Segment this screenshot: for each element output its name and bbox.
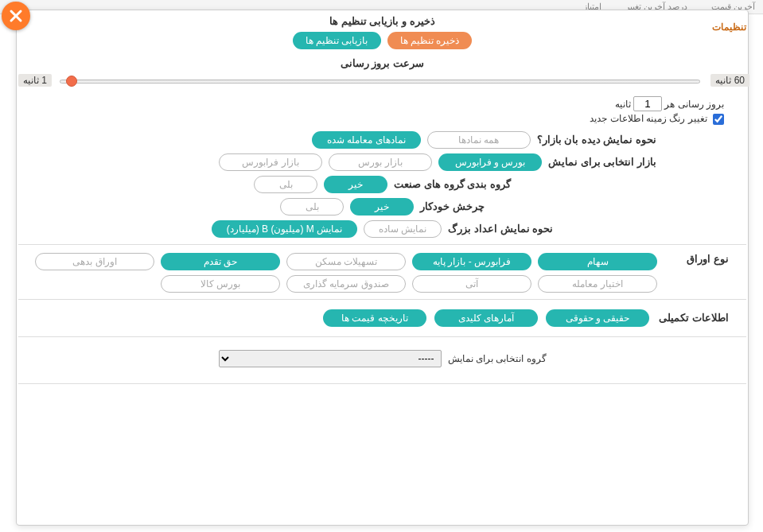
color-change-checkbox[interactable] bbox=[713, 114, 724, 125]
auto-scroll-yes[interactable]: بلی bbox=[280, 198, 344, 216]
industry-yes[interactable]: بلی bbox=[254, 176, 317, 193]
color-change-label: تغییر رنگ زمینه اطلاعات جدید bbox=[590, 113, 707, 124]
save-load-title: ذخیره و بازیابی تنظیم ها bbox=[17, 15, 748, 27]
extra-info-row: اطلاعات تکمیلی حقیقی و حقوقی آمارهای کلی… bbox=[17, 306, 748, 330]
securities-grid: سهام فرابورس - بازار پایه تسهیلات مسکن ح… bbox=[36, 253, 657, 293]
refresh-seconds-input[interactable] bbox=[633, 96, 662, 111]
sec-stocks[interactable]: سهام bbox=[538, 253, 657, 270]
settings-modal: تنظیمات ذخیره و بازیابی تنظیم ها ذخیره ت… bbox=[16, 10, 749, 526]
modal-title: تنظیمات bbox=[712, 21, 746, 33]
refresh-prefix: بروز رسانی هر bbox=[664, 99, 724, 110]
display-mode-label: نحوه نمایش دیده بان بازار؟ bbox=[537, 134, 656, 146]
refresh-slider[interactable]: 60 ثانیه 1 ثانیه bbox=[41, 74, 724, 88]
securities-section: نوع اوراق سهام فرابورس - بازار پایه تسهی… bbox=[17, 251, 748, 293]
auto-scroll-no[interactable]: خیر bbox=[350, 198, 414, 216]
color-change-row: تغییر رنگ زمینه اطلاعات جدید bbox=[41, 113, 724, 125]
extra-price-history[interactable]: تاریخچه قیمت ها bbox=[323, 309, 426, 327]
sec-commodity[interactable]: بورس کالا bbox=[161, 275, 280, 293]
market-both[interactable]: بورس و فرابورس bbox=[438, 153, 542, 171]
sec-funds[interactable]: صندوق سرمایه گذاری bbox=[286, 275, 406, 293]
group-select-dropdown[interactable]: ----- bbox=[219, 350, 442, 367]
industry-no[interactable]: خیر bbox=[324, 176, 387, 193]
group-select-label: گروه انتخابی برای نمایش bbox=[448, 353, 547, 364]
sec-debt[interactable]: اوراق بدهی bbox=[35, 253, 154, 270]
close-icon bbox=[9, 9, 23, 23]
close-button[interactable] bbox=[2, 2, 30, 30]
sec-options[interactable]: اختیار معامله bbox=[538, 275, 657, 293]
sec-futures[interactable]: آتی bbox=[412, 275, 531, 293]
slider-min-label: 1 ثانیه bbox=[18, 74, 52, 87]
display-mode-all[interactable]: همه نمادها bbox=[427, 131, 531, 149]
big-numbers-label: نحوه نمایش اعداد بزرگ bbox=[448, 223, 553, 235]
extra-real-legal[interactable]: حقیقی و حقوقی bbox=[546, 309, 649, 327]
sec-housing[interactable]: تسهیلات مسکن bbox=[286, 253, 406, 270]
load-settings-button[interactable]: بازیابی تنظیم ها bbox=[293, 32, 381, 49]
extra-key-stats[interactable]: آمارهای کلیدی bbox=[434, 309, 538, 327]
industry-group-label: گروه بندی گروه های صنعت bbox=[394, 178, 510, 190]
sec-base-market[interactable]: فرابورس - بازار پایه bbox=[412, 253, 531, 270]
sec-rights[interactable]: حق تقدم bbox=[161, 253, 280, 270]
divider bbox=[18, 299, 746, 300]
divider bbox=[18, 244, 746, 245]
slider-max-label: 60 ثانیه bbox=[710, 74, 749, 87]
market-select-label: بازار انتخابی برای نمایش bbox=[548, 156, 656, 168]
display-mode-row: نحوه نمایش دیده بان بازار؟ همه نمادها نم… bbox=[17, 131, 748, 149]
refresh-input-row: بروز رسانی هر ثانیه bbox=[41, 96, 724, 111]
auto-scroll-row: چرخش خودکار خیر بلی bbox=[17, 198, 748, 216]
securities-label: نوع اوراق bbox=[687, 253, 729, 265]
group-select-row: گروه انتخابی برای نمایش ----- bbox=[17, 344, 748, 377]
display-mode-traded[interactable]: نمادهای معامله شده bbox=[312, 131, 421, 149]
market-bourse[interactable]: بازار بورس bbox=[329, 153, 432, 171]
save-settings-button[interactable]: ذخیره تنظیم ها bbox=[387, 32, 473, 49]
market-select-row: بازار انتخابی برای نمایش بورس و فرابورس … bbox=[17, 153, 748, 171]
divider bbox=[18, 336, 746, 337]
slider-track[interactable] bbox=[60, 80, 700, 83]
big-numbers-simple[interactable]: نمایش ساده bbox=[364, 220, 442, 238]
refresh-title: سرعت بروز رسانی bbox=[17, 57, 748, 69]
auto-scroll-label: چرخش خودکار bbox=[420, 200, 485, 212]
market-farabourse[interactable]: بازار فرابورس bbox=[219, 153, 322, 171]
save-load-row: ذخیره تنظیم ها بازیابی تنظیم ها bbox=[17, 32, 748, 49]
divider bbox=[18, 383, 746, 384]
extra-info-label: اطلاعات تکمیلی bbox=[657, 312, 729, 324]
refresh-suffix: ثانیه bbox=[615, 99, 631, 110]
industry-group-row: گروه بندی گروه های صنعت خیر بلی bbox=[17, 176, 748, 193]
big-numbers-mb[interactable]: نمایش M (میلیون) B (میلیارد) bbox=[212, 220, 357, 238]
slider-thumb[interactable] bbox=[66, 76, 77, 87]
big-numbers-row: نحوه نمایش اعداد بزرگ نمایش ساده نمایش M… bbox=[17, 220, 748, 238]
